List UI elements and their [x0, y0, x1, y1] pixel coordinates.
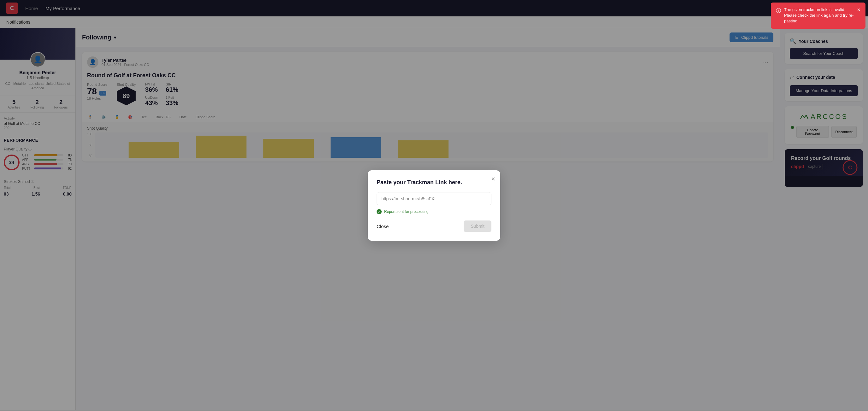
error-icon: ⓘ [776, 7, 781, 14]
success-check-icon: ✓ [377, 209, 382, 214]
modal-close-btn[interactable]: Close [377, 224, 389, 229]
trackman-modal: Paste your Trackman Link here. × ✓ Repor… [368, 170, 500, 241]
trackman-link-input[interactable] [377, 192, 491, 205]
error-toast-close[interactable]: × [857, 7, 861, 12]
success-text: Report sent for processing [384, 210, 429, 214]
error-toast: ⓘ The given trackman link is invalid. Pl… [771, 2, 866, 29]
error-message: The given trackman link is invalid. Plea… [784, 7, 854, 24]
modal-submit-btn[interactable]: Submit [464, 220, 491, 232]
modal-title: Paste your Trackman Link here. [377, 179, 491, 186]
modal-success-message: ✓ Report sent for processing [377, 209, 491, 214]
modal-actions: Close Submit [377, 220, 491, 232]
modal-overlay[interactable]: Paste your Trackman Link here. × ✓ Repor… [0, 0, 868, 410]
modal-close-x-btn[interactable]: × [491, 176, 495, 183]
